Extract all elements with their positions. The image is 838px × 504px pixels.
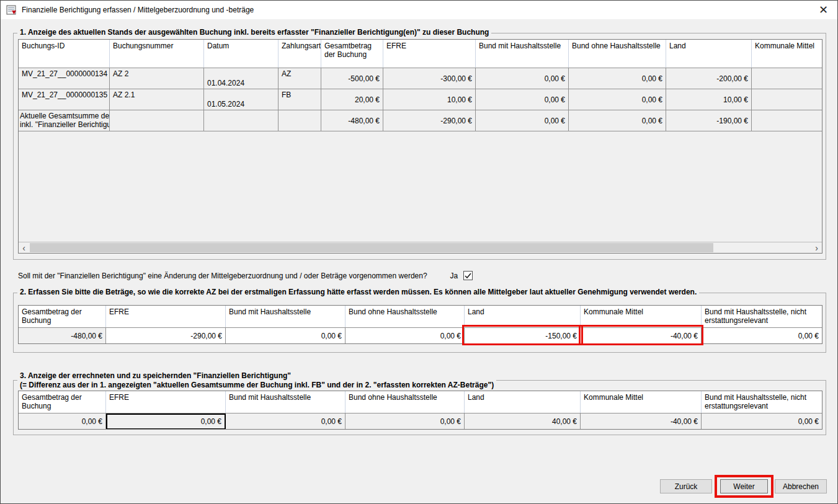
input-kommunale-mittel[interactable]: -40,00 €: [581, 328, 702, 344]
value-efre: 0,00 €: [106, 413, 226, 430]
cell-bund-ohne-hh: 0,00 €: [569, 110, 666, 131]
cell-bund-mit-hh: 0,00 €: [476, 89, 569, 110]
cell-kommunale-mittel: [752, 89, 822, 110]
cell-summe-label: Aktuelle Gesamtsumme der Buc inkl. "Fina…: [19, 110, 110, 131]
section1-groupbox: 1. Anzeige des aktuellen Stands der ausg…: [13, 33, 826, 260]
input-land[interactable]: -150,00 €: [465, 328, 581, 344]
cell-buchungs-id: MV_21_27__0000000134: [19, 68, 110, 89]
col-zahlungsart: Zahlungsart: [279, 40, 321, 68]
cell-gesamtbetrag: 20,00 €: [321, 89, 383, 110]
bookings-table-header: Buchungs-ID Buchungsnummer Datum Zahlung…: [19, 40, 822, 68]
window-title: Finanzielle Berichtigung erfassen / Mitt…: [22, 6, 254, 14]
cell-bund-ohne-hh: 0,00 €: [569, 68, 666, 89]
section1-title: 1. Anzeige des aktuellen Stands der ausg…: [17, 28, 491, 37]
correct-amounts-values: -480,00 € -290,00 € 0,00 € 0,00 € -150,0…: [19, 328, 822, 344]
cell-datum: [204, 110, 279, 131]
cell-land: -190,00 €: [666, 110, 752, 131]
col-bund-ohne-hh: Bund ohne Haushaltsstelle: [345, 391, 465, 413]
col-bund-mit-hh: Bund mit Haushaltsstelle: [476, 40, 569, 68]
next-button[interactable]: Weiter: [720, 479, 768, 493]
col-kommunale-mittel: Kommunale Mittel: [581, 306, 702, 327]
cell-buchungsnummer: AZ 2: [110, 68, 204, 89]
cell-efre: -300,00 €: [383, 68, 476, 89]
input-bund-ohne-hh[interactable]: 0,00 €: [345, 328, 465, 344]
cell-bund-mit-hh: 0,00 €: [476, 68, 569, 89]
col-land: Land: [465, 391, 581, 413]
cell-efre: -290,00 €: [383, 110, 476, 131]
cell-land: -200,00 €: [666, 68, 752, 89]
col-gesamtbetrag: Gesamtbetrag der Buchung: [19, 306, 106, 327]
answer-label: Ja: [450, 272, 458, 280]
change-question-row: Soll mit der "Finanziellen Berichtigung"…: [18, 271, 473, 280]
col-efre: EFRE: [106, 391, 226, 413]
col-efre: EFRE: [383, 40, 476, 68]
cell-datum: 01.05.2024: [204, 89, 279, 110]
change-question-text: Soll mit der "Finanziellen Berichtigung"…: [18, 272, 427, 280]
col-gesamtbetrag: Gesamtbetrag der Buchung: [321, 40, 383, 68]
cell-kommunale-mittel: [752, 110, 822, 131]
scroll-left-icon[interactable]: ‹: [19, 242, 29, 253]
section3-title-line1: 3. Anzeige der errechneten und zu speich…: [20, 371, 494, 381]
app-icon: [6, 5, 17, 15]
section3-title: 3. Anzeige der errechneten und zu speich…: [17, 371, 496, 390]
cell-efre: 10,00 €: [383, 89, 476, 110]
input-bund-mit-hh[interactable]: 0,00 €: [226, 328, 345, 344]
col-land: Land: [465, 306, 581, 327]
cell-buchungsnummer: [110, 110, 204, 131]
cell-gesamtbetrag: -500,00 €: [321, 68, 383, 89]
cell-zahlungsart: [279, 110, 321, 131]
cell-buchungs-id: MV_21_27__0000000135: [19, 89, 110, 110]
col-land: Land: [666, 40, 752, 68]
table-row[interactable]: MV_21_27__0000000134 AZ 2 01.04.2024 AZ …: [19, 68, 822, 89]
table-row-sum[interactable]: Aktuelle Gesamtsumme der Buc inkl. "Fina…: [19, 110, 822, 131]
col-kommunale-mittel: Kommunale Mittel: [581, 391, 702, 413]
col-datum: Datum: [204, 40, 279, 68]
input-bund-mit-hh-nicht-erstattungsrelevant[interactable]: 0,00 €: [702, 328, 822, 344]
horizontal-scrollbar[interactable]: ‹ ›: [19, 242, 822, 253]
title-bar: Finanzielle Berichtigung erfassen / Mitt…: [1, 1, 837, 19]
cell-kommunale-mittel: [752, 68, 822, 89]
col-bund-mit-hh-nicht-erstattungsrelevant: Bund mit Haushaltsstelle, nicht erstattu…: [702, 391, 822, 413]
correct-amounts-table: Gesamtbetrag der Buchung EFRE Bund mit H…: [18, 305, 822, 344]
cell-zahlungsart: AZ: [279, 68, 321, 89]
back-button[interactable]: Zurück: [660, 479, 712, 493]
correct-amounts-header: Gesamtbetrag der Buchung EFRE Bund mit H…: [19, 306, 822, 328]
col-bund-mit-hh: Bund mit Haushaltsstelle: [226, 391, 345, 413]
value-bund-ohne-hh: 0,00 €: [345, 413, 465, 430]
bookings-table: Buchungs-ID Buchungsnummer Datum Zahlung…: [18, 39, 822, 254]
section2-groupbox: 2. Erfassen Sie bitte die Beträge, so wi…: [13, 293, 826, 353]
checkmark-icon: [465, 273, 471, 279]
input-efre[interactable]: -290,00 €: [106, 328, 226, 344]
ja-checkbox[interactable]: [463, 271, 473, 280]
dialog-window: Finanzielle Berichtigung erfassen / Mitt…: [0, 0, 838, 504]
cell-datum: 01.04.2024: [204, 68, 279, 89]
cell-zahlungsart: FB: [279, 89, 321, 110]
cell-bund-mit-hh: 0,00 €: [476, 110, 569, 131]
col-bund-ohne-hh: Bund ohne Haushaltsstelle: [569, 40, 666, 68]
cell-bund-ohne-hh: 0,00 €: [569, 89, 666, 110]
col-bund-mit-hh: Bund mit Haushaltsstelle: [226, 306, 345, 327]
calculated-correction-header: Gesamtbetrag der Buchung EFRE Bund mit H…: [19, 391, 822, 413]
cancel-button[interactable]: Abbrechen: [775, 479, 827, 493]
col-bund-mit-hh-nicht-erstattungsrelevant: Bund mit Haushaltsstelle, nicht erstattu…: [702, 306, 822, 327]
table-row[interactable]: MV_21_27__0000000135 AZ 2.1 01.05.2024 F…: [19, 89, 822, 110]
col-buchungsnummer: Buchungsnummer: [110, 40, 204, 68]
value-gesamtbetrag: 0,00 €: [19, 413, 106, 430]
section2-title: 2. Erfassen Sie bitte die Beträge, so wi…: [17, 288, 699, 296]
col-efre: EFRE: [106, 306, 226, 327]
cell-buchungsnummer: AZ 2.1: [110, 89, 204, 110]
cell-land: 10,00 €: [666, 89, 752, 110]
calculated-correction-values: 0,00 € 0,00 € 0,00 € 0,00 € 40,00 € -40,…: [19, 413, 822, 430]
col-kommunale-mittel: Kommunale Mittel: [752, 40, 822, 68]
scroll-right-icon[interactable]: ›: [811, 242, 822, 253]
close-icon[interactable]: ✕: [809, 1, 837, 19]
value-bund-mit-hh: 0,00 €: [226, 413, 345, 430]
col-bund-ohne-hh: Bund ohne Haushaltsstelle: [345, 306, 465, 327]
cell-gesamtbetrag: -480,00 €: [321, 110, 383, 131]
col-buchungs-id: Buchungs-ID: [19, 40, 110, 68]
input-gesamtbetrag: -480,00 €: [19, 328, 106, 344]
value-kommunale-mittel: -40,00 €: [581, 413, 702, 430]
value-land: 40,00 €: [465, 413, 581, 430]
section3-title-line2: (= Differenz aus der in 1. angezeigten "…: [20, 381, 494, 390]
scrollbar-thumb[interactable]: [30, 243, 713, 252]
